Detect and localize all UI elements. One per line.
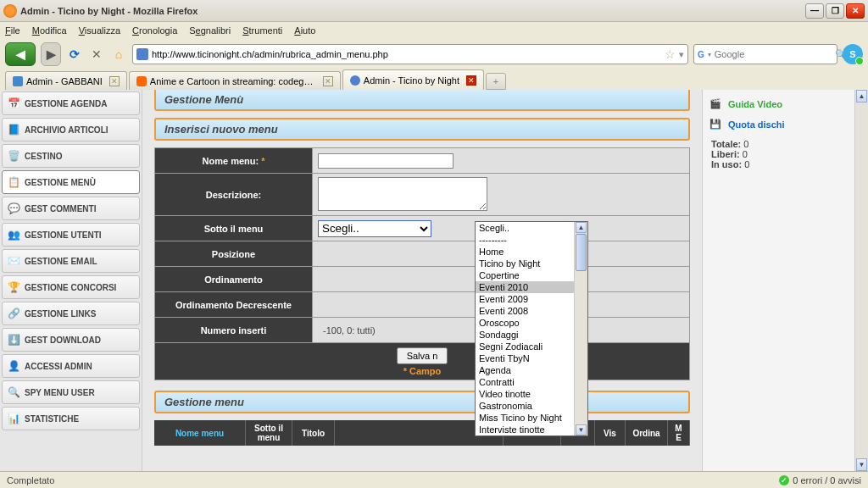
scroll-thumb[interactable] xyxy=(576,234,587,271)
input-nome[interactable] xyxy=(318,153,453,169)
dropdown-scrollbar[interactable]: ▲ ▼ xyxy=(574,222,587,435)
sidebar-item-12[interactable]: 📊STATISTICHE xyxy=(2,407,140,430)
menu-view[interactable]: Visualizza xyxy=(79,25,120,36)
close-tab-icon[interactable]: ✕ xyxy=(109,76,120,86)
dropdown-item[interactable]: Oroscopo xyxy=(476,317,574,329)
sidebar-label: GESTIONE CONCORSI xyxy=(25,283,116,292)
dropdown-item[interactable]: Interviste tinotte xyxy=(476,424,574,435)
google-icon: G xyxy=(698,48,704,60)
dropdown-item[interactable]: Contratti xyxy=(476,376,574,388)
menu-file[interactable]: File xyxy=(5,25,20,36)
dropdown-item[interactable]: Video tinotte xyxy=(476,388,574,400)
url-dropdown-icon[interactable]: ▾ xyxy=(679,49,684,60)
minimize-button[interactable]: — xyxy=(805,3,824,19)
hint-numero: -100, 0: tutti) xyxy=(323,325,376,336)
sidebar-item-9[interactable]: ⬇️GEST DOWNLOAD xyxy=(2,328,140,352)
dropdown-item[interactable]: Eventi 2010 xyxy=(476,281,574,293)
search-engine-dropdown-icon[interactable]: ▾ xyxy=(708,51,711,58)
dropdown-item[interactable]: Eventi TbyN xyxy=(476,352,574,364)
stop-icon[interactable]: ✕ xyxy=(88,46,105,63)
status-errors[interactable]: ✓ 0 errori / 0 avvisi xyxy=(779,475,861,485)
search-input[interactable] xyxy=(715,49,832,59)
dropdown-item[interactable]: Eventi 2008 xyxy=(476,305,574,317)
tab-icon xyxy=(136,76,147,86)
url-input[interactable] xyxy=(152,49,661,59)
close-tab-icon[interactable]: ✕ xyxy=(466,75,476,86)
tab-2[interactable]: Admin - Ticino by Night ✕ xyxy=(342,69,484,90)
col-titolo[interactable]: Titolo xyxy=(292,420,335,446)
sidebar-item-3[interactable]: 📋GESTIONE MENÙ xyxy=(2,170,140,194)
sidebar-item-8[interactable]: 🔗GESTIONE LINKS xyxy=(2,302,140,325)
dropdown-item[interactable]: Segni Zodiacali xyxy=(476,341,574,352)
col-me[interactable]: ME xyxy=(668,420,690,446)
dropdown-item[interactable]: Gastronomia xyxy=(476,400,574,412)
menu-help[interactable]: Aiuto xyxy=(294,25,315,36)
bookmark-star-icon[interactable]: ☆ xyxy=(665,47,676,61)
back-button[interactable]: ◀ xyxy=(5,42,36,66)
menu-edit[interactable]: Modifica xyxy=(32,25,67,36)
dropdown-item[interactable]: Miss Ticino by Night xyxy=(476,412,574,424)
scroll-down-icon[interactable]: ▼ xyxy=(856,458,867,471)
dropdown-item[interactable]: Sondaggi xyxy=(476,329,574,341)
statusbar: Completato ✓ 0 errori / 0 avvisi xyxy=(0,471,868,488)
dropdown-item[interactable]: Home xyxy=(476,246,574,258)
dropdown-item[interactable]: Agenda xyxy=(476,364,574,376)
reload-icon[interactable]: ⟳ xyxy=(66,46,83,63)
sidebar-item-5[interactable]: 👥GESTIONE UTENTI xyxy=(2,223,140,247)
sidebar-item-11[interactable]: 🔍SPY MENU USER xyxy=(2,380,140,404)
sidebar-item-7[interactable]: 🏆GESTIONE CONCORSI xyxy=(2,275,140,299)
col-ordina[interactable]: Ordina xyxy=(626,420,668,446)
sidebar-label: ARCHIVIO ARTICOLI xyxy=(25,125,108,135)
sidebar-item-6[interactable]: ✉️GESTIONE EMAIL xyxy=(2,249,140,273)
forward-button[interactable]: ▶ xyxy=(41,42,61,66)
sidebar-icon: 💬 xyxy=(8,202,19,214)
menu-tools[interactable]: Strumenti xyxy=(242,25,282,36)
dropdown-item[interactable]: --------- xyxy=(476,234,574,246)
skype-icon[interactable]: S xyxy=(843,44,863,64)
dropdown-item[interactable]: Ticino by Night xyxy=(476,258,574,269)
link-quota-dischi[interactable]: 💾 Quota dischi xyxy=(709,119,848,130)
dropdown-sotto-open[interactable]: Scegli..---------HomeTicino by NightCope… xyxy=(475,221,588,436)
label-ordinamento-desc: Ordinamento Decrescente xyxy=(155,292,313,318)
menu-bookmarks[interactable]: Segnalibri xyxy=(189,25,231,36)
scroll-down-icon[interactable]: ▼ xyxy=(576,424,587,435)
page-scrollbar[interactable]: ▲ ▼ xyxy=(854,90,868,471)
col-sotto[interactable]: Sotto ilmenu xyxy=(246,420,292,446)
sidebar-item-0[interactable]: 📅GESTIONE AGENDA xyxy=(2,92,140,115)
scroll-up-icon[interactable]: ▲ xyxy=(856,90,867,103)
new-tab-button[interactable]: + xyxy=(486,73,506,90)
col-nome[interactable]: Nome menu xyxy=(154,420,246,446)
maximize-button[interactable]: ❐ xyxy=(826,3,844,19)
menu-history[interactable]: Cronologia xyxy=(132,25,177,36)
sidebar-icon: 🔍 xyxy=(8,386,19,398)
dropdown-list: Scegli..---------HomeTicino by NightCope… xyxy=(476,222,574,435)
sidebar-item-4[interactable]: 💬GEST COMMENTI xyxy=(2,197,140,220)
col-vis[interactable]: Vis xyxy=(595,420,626,446)
input-descrizione[interactable] xyxy=(318,177,487,211)
sidebar-icon: 🔗 xyxy=(8,308,19,319)
scroll-up-icon[interactable]: ▲ xyxy=(576,222,587,233)
sidebar-item-2[interactable]: 🗑️CESTINO xyxy=(2,144,140,168)
close-button[interactable]: ✕ xyxy=(846,3,865,19)
dropdown-item[interactable]: Eventi 2009 xyxy=(476,293,574,305)
link-guida-video[interactable]: 🎬 Guida Video xyxy=(709,98,848,110)
home-icon[interactable]: ⌂ xyxy=(110,46,127,63)
sidebar-label: GEST DOWNLOAD xyxy=(25,336,101,345)
save-button[interactable]: Salva n xyxy=(397,347,448,364)
close-tab-icon[interactable]: ✕ xyxy=(323,76,333,86)
tab-label: Admin - Ticino by Night xyxy=(364,75,459,86)
dropdown-item[interactable]: Scegli.. xyxy=(476,222,574,234)
tab-1[interactable]: Anime e Cartoon in streaming: codegea...… xyxy=(129,71,341,90)
url-bar[interactable]: ☆ ▾ xyxy=(132,44,688,64)
quota-info: Totale: 0 Liberi: 0 In uso: 0 xyxy=(711,139,848,169)
select-sotto[interactable]: Scegli.. xyxy=(318,220,431,237)
search-bar[interactable]: G ▾ 🔍 xyxy=(693,44,837,64)
sidebar-item-1[interactable]: 📘ARCHIVIO ARTICOLI xyxy=(2,118,140,141)
sidebar: 📅GESTIONE AGENDA📘ARCHIVIO ARTICOLI🗑️CEST… xyxy=(0,90,142,471)
dropdown-item[interactable]: Copertine xyxy=(476,269,574,281)
tab-0[interactable]: Admin - GABBANI ✕ xyxy=(5,71,127,90)
header-gestione-menu-top: Gestione Menù xyxy=(154,90,690,111)
sidebar-label: GESTIONE AGENDA xyxy=(25,99,107,108)
sidebar-item-10[interactable]: 👤ACCESSI ADMIN xyxy=(2,354,140,378)
label-nome: Nome menu: * xyxy=(155,148,313,174)
